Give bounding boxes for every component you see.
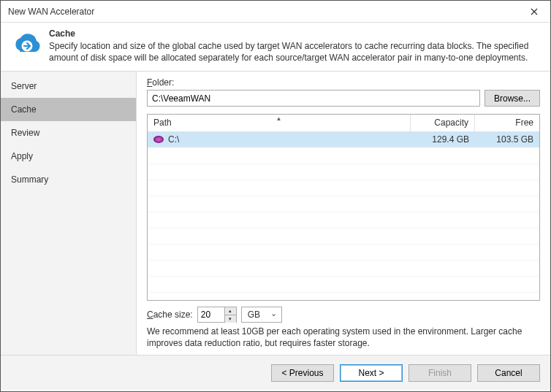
browse-button[interactable]: Browse...	[484, 90, 540, 107]
drives-grid: Path ▲ Capacity Free C:\ 129.4 GB 103.5 …	[147, 114, 540, 301]
sort-ascending-icon: ▲	[276, 115, 282, 122]
cell-capacity: 129.4 GB	[411, 134, 475, 145]
column-path[interactable]: Path ▲	[148, 115, 411, 131]
close-button[interactable]	[518, 1, 550, 23]
titlebar: New WAN Accelerator	[1, 1, 550, 23]
cell-free: 103.5 GB	[475, 134, 539, 145]
folder-label: Folder:	[147, 77, 540, 88]
wizard-header: Cache Specify location and size of the g…	[1, 23, 550, 71]
wizard-steps: Server Cache Review Apply Summary	[1, 72, 137, 355]
window-title: New WAN Accelerator	[8, 7, 518, 17]
close-icon	[531, 8, 538, 15]
cache-size-unit-value: GB	[248, 310, 260, 320]
column-capacity[interactable]: Capacity	[411, 115, 475, 131]
cache-size-input[interactable]	[198, 307, 224, 322]
cell-path: C:\	[168, 134, 179, 145]
spinner-up-icon[interactable]: ▴	[225, 307, 236, 315]
cache-size-spinner[interactable]: ▴ ▾	[197, 307, 237, 323]
main-panel: Folder: Browse... Path ▲ Capacity Free	[137, 72, 550, 355]
step-summary[interactable]: Summary	[1, 168, 136, 191]
previous-button[interactable]: < Previous	[271, 364, 334, 382]
column-path-label: Path	[153, 118, 172, 128]
grid-header: Path ▲ Capacity Free	[148, 115, 539, 132]
cloud-accelerator-icon	[10, 28, 42, 61]
table-row[interactable]: C:\ 129.4 GB 103.5 GB	[148, 132, 539, 147]
cancel-button[interactable]: Cancel	[477, 364, 540, 382]
next-button[interactable]: Next >	[340, 364, 403, 382]
step-review[interactable]: Review	[1, 121, 136, 145]
header-title: Cache	[49, 28, 542, 39]
step-cache[interactable]: Cache	[1, 98, 136, 121]
folder-input[interactable]	[147, 90, 480, 107]
cache-size-label: Cache size:	[147, 310, 193, 320]
header-description: Specify location and size of the global …	[49, 40, 542, 64]
cache-size-row: Cache size: ▴ ▾ GB	[147, 307, 540, 323]
step-apply[interactable]: Apply	[1, 145, 136, 168]
spinner-down-icon[interactable]: ▾	[225, 315, 236, 323]
finish-button: Finish	[408, 364, 471, 382]
disk-icon	[153, 136, 164, 143]
wizard-footer: < Previous Next > Finish Cancel	[1, 355, 550, 390]
cache-hint: We recommend at least 10GB per each oper…	[147, 326, 540, 349]
cache-size-unit-select[interactable]: GB	[241, 307, 282, 323]
grid-body[interactable]: C:\ 129.4 GB 103.5 GB	[148, 132, 539, 300]
column-free[interactable]: Free	[475, 115, 539, 131]
step-server[interactable]: Server	[1, 74, 136, 98]
